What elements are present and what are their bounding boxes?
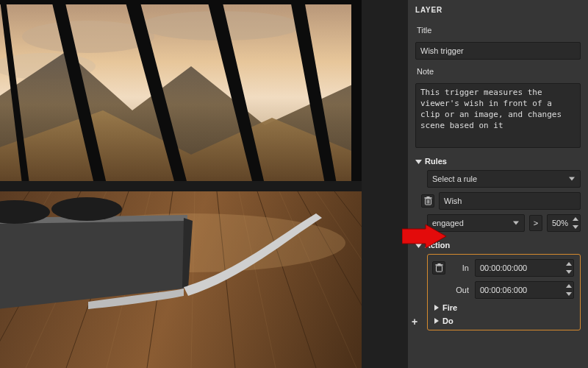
svg-marker-55 — [434, 318, 439, 324]
in-label: In — [451, 263, 469, 272]
svg-marker-51 — [566, 270, 572, 274]
svg-marker-36 — [402, 224, 446, 248]
svg-marker-45 — [573, 225, 578, 229]
title-input[interactable] — [415, 42, 581, 60]
annotation-arrow — [402, 224, 446, 250]
comparator-button[interactable]: > — [529, 215, 542, 231]
out-step-down[interactable] — [564, 290, 573, 298]
in-step-up[interactable] — [564, 260, 573, 268]
rule-select[interactable]: Select a rule — [427, 170, 581, 188]
trash-icon — [435, 263, 443, 272]
in-step-down[interactable] — [564, 268, 573, 276]
chevron-down-icon — [415, 158, 422, 165]
svg-marker-50 — [566, 262, 572, 266]
svg-rect-49 — [437, 263, 440, 265]
svg-point-34 — [51, 197, 122, 221]
action-block: In Out Fire — [427, 254, 581, 330]
delete-rule-button[interactable] — [421, 194, 434, 208]
note-textarea[interactable] — [415, 83, 581, 148]
svg-marker-54 — [434, 305, 439, 311]
do-section-toggle[interactable]: Do — [434, 316, 574, 325]
out-label: Out — [451, 286, 469, 294]
out-step-up[interactable] — [564, 282, 573, 290]
fire-label: Fire — [442, 303, 457, 312]
layer-inspector-panel: LAYER Title Note Rules Select a rule eng… — [408, 0, 588, 368]
chevron-right-icon — [434, 305, 440, 311]
threshold-step-up[interactable] — [571, 215, 580, 223]
svg-rect-35 — [362, 0, 408, 368]
svg-marker-44 — [573, 217, 578, 221]
svg-marker-37 — [415, 160, 422, 164]
do-label: Do — [442, 316, 453, 325]
svg-rect-47 — [436, 266, 442, 272]
svg-rect-40 — [426, 197, 429, 198]
add-action-button[interactable]: + — [409, 316, 420, 327]
trash-icon — [424, 197, 432, 205]
rules-section-toggle[interactable]: Rules — [415, 157, 581, 166]
svg-marker-52 — [566, 284, 572, 288]
title-label: Title — [417, 26, 581, 35]
fire-section-toggle[interactable]: Fire — [434, 303, 574, 312]
rule-name-input[interactable] — [439, 192, 581, 210]
note-label: Note — [417, 67, 581, 76]
svg-rect-11 — [0, 0, 366, 4]
panel-header: LAYER — [415, 6, 581, 14]
delete-action-button[interactable] — [432, 261, 445, 275]
chevron-right-icon — [434, 318, 440, 324]
threshold-step-down[interactable] — [571, 223, 580, 231]
out-time-input[interactable] — [475, 281, 574, 299]
canvas-preview[interactable] — [0, 0, 408, 368]
rules-header: Rules — [425, 157, 447, 166]
svg-marker-53 — [566, 292, 572, 296]
in-time-input[interactable] — [475, 259, 574, 277]
svg-rect-12 — [0, 181, 366, 191]
